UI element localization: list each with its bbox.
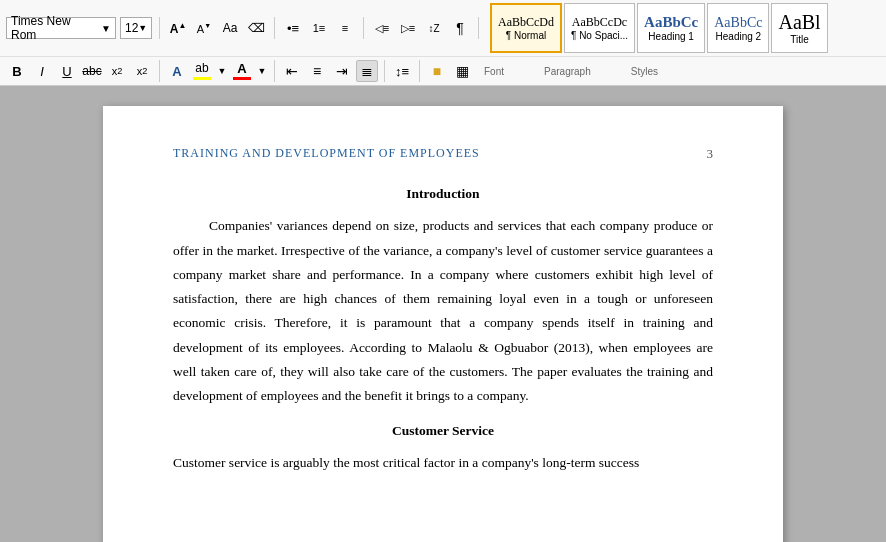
sep5 <box>159 60 160 82</box>
increase-indent-button[interactable]: ▷≡ <box>397 17 419 39</box>
borders-icon: ▦ <box>456 63 469 79</box>
shrink-font-icon: A▼ <box>197 22 211 35</box>
font-color-button[interactable]: A <box>231 60 253 82</box>
change-case-button[interactable]: Aa <box>219 17 241 39</box>
font-size-value: 12 <box>125 21 138 35</box>
style-heading1-label: Heading 1 <box>648 31 694 42</box>
font-size-box[interactable]: 12 ▼ <box>120 17 152 39</box>
show-para-icon: ¶ <box>456 20 464 36</box>
highlight-dropdown-icon: ▼ <box>218 66 227 76</box>
multilevel-list-button[interactable]: ≡ <box>334 17 356 39</box>
style-title-label: Title <box>790 34 809 45</box>
style-heading2-preview: AaBbCc <box>714 15 762 31</box>
decrease-indent-button[interactable]: ◁≡ <box>371 17 393 39</box>
document-page: TRAINING AND DEVELOPMENT OF EMPLOYEES 3 … <box>103 106 783 542</box>
align-left-button[interactable]: ⇤ <box>281 60 303 82</box>
introduction-heading-text: Introduction <box>406 186 479 201</box>
style-no-spacing[interactable]: AaBbCcDc ¶ No Spaci... <box>564 3 635 53</box>
font-group-label: Font <box>484 66 504 77</box>
styles-group-label: Styles <box>631 66 658 77</box>
shading-icon: ■ <box>433 63 441 79</box>
line-spacing-icon: ↕≡ <box>395 64 409 79</box>
justify-button[interactable]: ≣ <box>356 60 378 82</box>
style-no-spacing-label: ¶ No Spaci... <box>571 30 628 41</box>
sort-button[interactable]: ↕Z <box>423 17 445 39</box>
font-color-bar <box>233 77 251 80</box>
sep3 <box>363 17 364 39</box>
decrease-indent-icon: ◁≡ <box>375 22 389 35</box>
sep1 <box>159 17 160 39</box>
font-color-text-icon: A <box>237 62 246 76</box>
align-left-icon: ⇤ <box>286 63 298 79</box>
subscript-button[interactable]: x2 <box>106 60 128 82</box>
list-bullets-button[interactable]: •≡ <box>282 17 304 39</box>
justify-icon: ≣ <box>361 63 373 79</box>
align-right-icon: ⇥ <box>336 63 348 79</box>
group-labels: Font Paragraph Styles <box>484 66 658 77</box>
page-header: TRAINING AND DEVELOPMENT OF EMPLOYEES 3 <box>173 146 713 162</box>
strikethrough-button[interactable]: abc <box>81 60 103 82</box>
page-wrapper: TRAINING AND DEVELOPMENT OF EMPLOYEES 3 … <box>0 86 886 542</box>
main-paragraph-text: Companies' variances depend on size, pro… <box>173 218 713 403</box>
highlight-button[interactable]: ab <box>191 60 213 82</box>
style-no-spacing-preview: AaBbCcDc <box>572 15 627 30</box>
list-bullets-icon: •≡ <box>287 21 299 36</box>
increase-indent-icon: ▷≡ <box>401 22 415 35</box>
superscript-button[interactable]: x2 <box>131 60 153 82</box>
align-center-icon: ≡ <box>313 63 321 79</box>
text-effects-button[interactable]: A <box>166 60 188 82</box>
highlight-text-icon: ab <box>195 62 208 75</box>
list-numbers-button[interactable]: 1≡ <box>308 17 330 39</box>
customer-service-paragraph[interactable]: Customer service is arguably the most cr… <box>173 451 713 475</box>
sep7 <box>384 60 385 82</box>
sep2 <box>274 17 275 39</box>
highlight-color-bar <box>193 77 211 80</box>
sep8 <box>419 60 420 82</box>
style-heading2-label: Heading 2 <box>716 31 762 42</box>
sep6 <box>274 60 275 82</box>
shading-button[interactable]: ■ <box>426 60 448 82</box>
toolbar-row2: B I U abc x2 x2 A ab ▼ A ▼ ⇤ <box>0 57 886 85</box>
multilevel-list-icon: ≡ <box>342 22 348 34</box>
bold-button[interactable]: B <box>6 60 28 82</box>
toolbar: Times New Rom ▼ 12 ▼ A▲ A▼ Aa ⌫ •≡ 1≡ <box>0 0 886 86</box>
font-name-value: Times New Rom <box>11 14 99 42</box>
grow-font-button[interactable]: A▲ <box>167 17 189 39</box>
sep4 <box>478 17 479 39</box>
styles-panel: AaBbCcDd ¶ Normal AaBbCcDc ¶ No Spaci...… <box>490 3 828 53</box>
borders-button[interactable]: ▦ <box>451 60 473 82</box>
style-title[interactable]: AaBl Title <box>771 3 827 53</box>
list-numbers-icon: 1≡ <box>313 22 326 34</box>
introduction-heading: Introduction <box>173 182 713 206</box>
grow-font-icon: A▲ <box>170 21 187 36</box>
underline-button[interactable]: U <box>56 60 78 82</box>
style-normal-preview: AaBbCcDd <box>498 15 554 30</box>
main-paragraph[interactable]: Companies' variances depend on size, pro… <box>173 214 713 408</box>
style-heading2[interactable]: AaBbCc Heading 2 <box>707 3 769 53</box>
customer-service-paragraph-text: Customer service is arguably the most cr… <box>173 455 639 470</box>
style-heading1-preview: AaBbCc <box>644 14 698 31</box>
paragraph-group-label: Paragraph <box>544 66 591 77</box>
align-center-button[interactable]: ≡ <box>306 60 328 82</box>
show-para-button[interactable]: ¶ <box>449 17 471 39</box>
sort-icon: ↕Z <box>428 23 439 34</box>
style-heading1[interactable]: AaBbCc Heading 1 <box>637 3 705 53</box>
italic-button[interactable]: I <box>31 60 53 82</box>
customer-service-heading: Customer Service <box>173 419 713 443</box>
line-spacing-button[interactable]: ↕≡ <box>391 60 413 82</box>
shrink-font-button[interactable]: A▼ <box>193 17 215 39</box>
highlight-dropdown-button[interactable]: ▼ <box>216 60 228 82</box>
document-body[interactable]: Introduction Companies' variances depend… <box>173 182 713 475</box>
style-normal-label: ¶ Normal <box>506 30 546 41</box>
font-size-dropdown-icon[interactable]: ▼ <box>138 23 147 33</box>
style-title-preview: AaBl <box>778 11 820 34</box>
align-right-button[interactable]: ⇥ <box>331 60 353 82</box>
font-color-dropdown-button[interactable]: ▼ <box>256 60 268 82</box>
clear-format-icon: ⌫ <box>248 21 265 35</box>
font-name-dropdown-icon[interactable]: ▼ <box>101 23 111 34</box>
text-effects-icon: A <box>172 64 181 79</box>
font-name-box[interactable]: Times New Rom ▼ <box>6 17 116 39</box>
style-normal[interactable]: AaBbCcDd ¶ Normal <box>490 3 562 53</box>
clear-format-button[interactable]: ⌫ <box>245 17 267 39</box>
page-number: 3 <box>707 146 714 162</box>
